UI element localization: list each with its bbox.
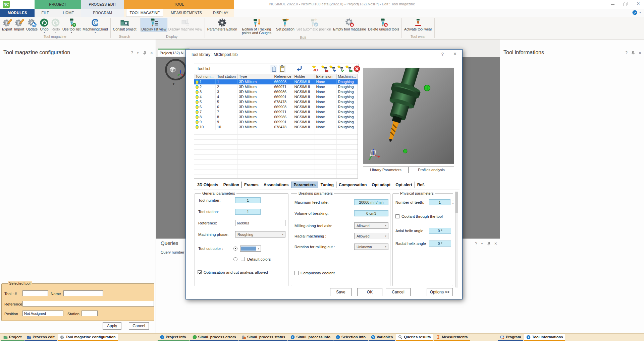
ribbon-button-update[interactable]: Update (25, 18, 39, 31)
column-header-extension[interactable]: Extension (315, 74, 336, 79)
machining-phase-select[interactable]: Roughing (235, 231, 285, 237)
ribbon-button-machiningcloud[interactable]: MachiningCloud▼ (82, 18, 109, 34)
library-parameters-button[interactable]: Library Parameters (363, 166, 409, 173)
status-tab-tool-informations[interactable]: Tool informations (524, 334, 565, 341)
view-orientation-widget[interactable] (165, 59, 186, 80)
panel-close-icon[interactable]: × (150, 51, 153, 55)
parameters-scrollbar[interactable] (455, 192, 458, 287)
station-input[interactable] (82, 311, 98, 316)
status-tab-project-info[interactable]: Project info. (158, 334, 190, 341)
column-header-reference[interactable]: Reference (273, 74, 293, 79)
profiles-analysis-button[interactable]: Profiles analysis (409, 166, 454, 173)
status-tab-simul-process-info[interactable]: Simul. process info (288, 334, 332, 341)
help-icon[interactable]: ? (632, 10, 637, 15)
restore-icon[interactable] (623, 1, 628, 6)
column-header-machinin[interactable]: Machinin... (336, 74, 358, 79)
tool-row-7[interactable]: 773D Millturn669971NCSIMULNoneRoughing (194, 110, 358, 115)
dialog-tab-compensation[interactable]: Compensation (336, 182, 369, 188)
queries-help-icon[interactable]: ? (475, 242, 477, 246)
ntool-red-icon[interactable] (321, 65, 328, 72)
panel-tab-process-edit[interactable]: Process edit (24, 334, 57, 341)
app-logo[interactable]: NC (3, 1, 10, 8)
status-tab-queries-results[interactable]: Queries results (396, 334, 433, 341)
tool-row-4[interactable]: 443D Millturn669991NCSIMULNoneRoughing (194, 94, 358, 99)
tool-row-1[interactable]: 113D Millturn669903NCSIMULNoneRoughing (194, 79, 358, 84)
default-colors-radio[interactable] (233, 257, 237, 261)
number-of-teeth-value[interactable]: 1 (429, 199, 450, 205)
panel-pin-icon[interactable] (143, 51, 147, 55)
volume-breaking-value[interactable]: 0 cm3 (354, 210, 388, 216)
reference-input[interactable] (22, 301, 154, 306)
panel-help-icon[interactable]: ? (625, 51, 628, 55)
milling-axis-select[interactable]: Allowed (354, 222, 388, 229)
ntool-green-icon[interactable] (345, 65, 353, 72)
options-button[interactable]: Options << (427, 288, 453, 296)
ribbon-button-activate-tool-wear[interactable]: Activate tool wear (403, 18, 433, 31)
status-tab-variables[interactable]: VVariables (369, 334, 395, 341)
optimisation-checkbox[interactable] (198, 270, 202, 274)
dialog-tab-opt-alert[interactable]: Opt alert (393, 182, 415, 188)
column-header-tool-station[interactable]: Tool station (216, 74, 237, 79)
panel-menu-icon[interactable]: ▼ (137, 51, 139, 55)
context-group-project[interactable]: PROJECT (35, 0, 81, 9)
ribbon-button-undo[interactable]: Undo▼ (39, 18, 50, 34)
ribbon-tab-measurements[interactable]: MEASUREMENTS (167, 9, 205, 17)
tool-row-5[interactable]: 553D Millturn678478NCSIMULNoneRoughing (194, 99, 358, 105)
ribbon-button-display-list-view[interactable]: Display list view (141, 18, 167, 31)
ribbon-button-edition-of-tracking-points-and-gauges[interactable]: Edition of Tracking points and Gauges (238, 18, 275, 35)
context-group-tool[interactable]: TOOL (124, 0, 234, 9)
column-header-holder[interactable]: Holder (293, 74, 315, 79)
radial-helix-value[interactable]: 0 ° (429, 241, 451, 247)
context-group-process-edit[interactable]: PROCESS EDIT (81, 0, 124, 9)
ribbon-tab-file[interactable]: FILE (38, 9, 52, 17)
dialog-cancel-button[interactable]: Cancel (386, 288, 411, 296)
tool-row-2[interactable]: 223D Millturn669971NCSIMULNoneRoughing (194, 84, 358, 89)
rotation-milling-select[interactable]: Unknown (354, 244, 388, 250)
tab-modules[interactable]: MODULES (0, 9, 35, 17)
ribbon-button-export[interactable]: Export (1, 18, 13, 31)
cancel-button[interactable]: Cancel (129, 322, 149, 330)
ribbon-tab-program[interactable]: PROGRAM (90, 9, 115, 17)
panel-tab-project[interactable]: Project (1, 334, 24, 341)
dialog-close-icon[interactable]: × (453, 51, 457, 57)
tool-row-9[interactable]: 993D Millturn669991NCSIMULNoneRoughing (194, 120, 358, 125)
status-tab-measurements[interactable]: Measurements (434, 334, 470, 341)
position-input[interactable] (22, 311, 63, 316)
tool-cut-color-swatch[interactable] (240, 246, 261, 252)
ribbon-button-import[interactable]: Import (13, 18, 25, 31)
panel-tab-tool-magazine-configuration[interactable]: Tool magazine configuration (58, 334, 118, 341)
compulsory-coolant-checkbox[interactable] (294, 271, 299, 275)
ntool-check-icon[interactable] (337, 65, 344, 72)
dialog-tab-position[interactable]: Position (221, 182, 242, 188)
default-colors-checkbox[interactable] (241, 257, 245, 261)
name-input[interactable] (63, 290, 103, 296)
ribbon-button-set-position[interactable]: Set position (275, 18, 296, 31)
tool-cut-color-radio[interactable] (233, 247, 237, 251)
ribbon-tab-home[interactable]: HOME (60, 9, 77, 17)
queries-close-icon[interactable]: × (494, 242, 497, 246)
delete-red-icon[interactable] (353, 65, 361, 72)
radial-machining-select[interactable]: Allowed (354, 233, 388, 239)
ribbon-button-consult-project[interactable]: Consult project (112, 18, 138, 31)
tool-row-10[interactable]: 10103D Millturn678478NCSIMULNoneRoughing (194, 125, 358, 130)
ribbon-tab-tool-magazine[interactable]: TOOL MAGAZINE (126, 9, 163, 17)
dialog-tab-ref[interactable]: Ref. (415, 182, 428, 188)
tool-number-input[interactable] (22, 290, 48, 296)
tool-row-6[interactable]: 663D Millturn669903NCSIMULNoneRoughing (194, 105, 358, 110)
paste-icon[interactable] (279, 65, 286, 72)
queries-pin-icon[interactable] (487, 242, 491, 246)
ribbon-tab-display[interactable]: DISPLAY (210, 9, 232, 17)
tool-row-8[interactable]: 883D Millturn669986NCSIMULNoneRoughing (194, 115, 358, 120)
dialog-tab-frames[interactable]: Frames (242, 182, 261, 188)
queries-menu-icon[interactable]: ▼ (481, 242, 483, 246)
dialog-tab-3d-objects[interactable]: 3D Objects (195, 182, 221, 188)
dialog-tab-tuning[interactable]: Tuning (318, 182, 336, 188)
status-tab-selection-info[interactable]: Selection info (333, 334, 368, 341)
ribbon-button-use-tool-list[interactable]: Use tool list▼ (61, 18, 82, 34)
dialog-tab-parameters[interactable]: Parameters (291, 182, 318, 188)
tool-station-value[interactable]: 1 (235, 209, 261, 215)
panel-help-icon[interactable]: ? (131, 51, 133, 55)
ntool-blue-icon[interactable] (329, 65, 336, 72)
status-tab-simul-process-errors[interactable]: Simul. process errors (190, 334, 238, 341)
panel-pin-icon[interactable] (631, 51, 635, 55)
